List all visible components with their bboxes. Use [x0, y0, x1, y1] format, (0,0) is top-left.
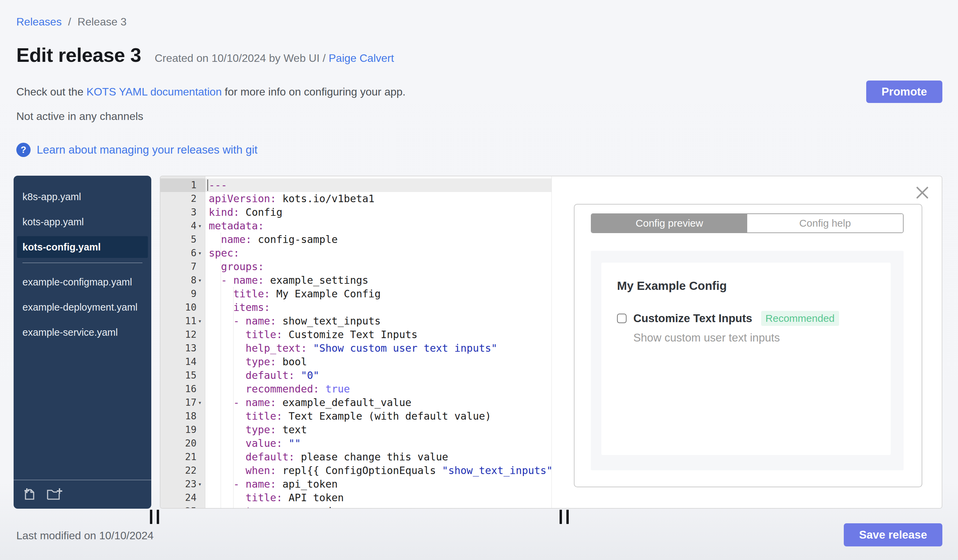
- created-info: Created on 10/10/2024 by Web UI / Paige …: [155, 52, 394, 65]
- code-line-15[interactable]: 15 default: "0": [160, 369, 551, 382]
- sidebar-file-kots-config.yaml[interactable]: kots-config.yaml: [17, 236, 148, 258]
- config-item-help-text: Show custom user text inputs: [633, 331, 875, 344]
- code-line-content: when: repl{{ ConfigOptionEquals "show_te…: [205, 464, 551, 478]
- yaml-code-editor[interactable]: 1---2apiVersion: kots.io/v1beta13kind: C…: [160, 176, 551, 508]
- line-number: 18: [160, 410, 205, 423]
- code-line-content: - name: example_default_value: [205, 396, 551, 410]
- promote-button[interactable]: Promote: [866, 81, 942, 103]
- fold-arrow-icon[interactable]: ▾: [197, 396, 203, 410]
- code-line-23[interactable]: 23▾ - name: api_token: [160, 478, 551, 491]
- code-line-10[interactable]: 10 items:: [160, 301, 551, 314]
- code-line-content: type: text: [205, 423, 551, 437]
- code-line-content: - name: show_text_inputs: [205, 314, 551, 328]
- add-folder-button[interactable]: [46, 486, 63, 501]
- tab-config-preview[interactable]: Config preview: [592, 214, 747, 233]
- add-folder-icon: [46, 486, 63, 501]
- sidebar-file-kots-app.yaml[interactable]: kots-app.yaml: [17, 211, 148, 233]
- breadcrumb-current: Release 3: [78, 16, 127, 28]
- file-sidebar: k8s-app.yamlkots-app.yamlkots-config.yam…: [14, 176, 151, 509]
- add-file-button[interactable]: [22, 486, 37, 501]
- line-number: 24: [160, 491, 205, 505]
- close-preview-button[interactable]: [915, 185, 929, 200]
- code-line-22[interactable]: 22 when: repl{{ ConfigOptionEquals "show…: [160, 464, 551, 478]
- release-workspace: k8s-app.yamlkots-app.yamlkots-config.yam…: [14, 176, 942, 509]
- code-line-13[interactable]: 13 help_text: "Show custom user text inp…: [160, 342, 551, 355]
- code-line-20[interactable]: 20 value: "": [160, 437, 551, 450]
- line-number: 22: [160, 464, 205, 478]
- code-line-content: title: Customize Text Inputs: [205, 328, 551, 342]
- fold-arrow-icon[interactable]: ▾: [197, 314, 203, 328]
- code-line-19[interactable]: 19 type: text: [160, 423, 551, 437]
- code-line-content: - name: api_token: [205, 478, 551, 491]
- created-text: Created on 10/10/2024 by Web UI /: [155, 52, 329, 64]
- page-title: Edit release 3: [16, 43, 141, 66]
- code-line-content: type: password: [205, 505, 551, 508]
- code-line-content: name: config-sample: [205, 233, 551, 246]
- code-line-content: title: Text Example (with default value): [205, 410, 551, 423]
- code-line-2[interactable]: 2apiVersion: kots.io/v1beta1: [160, 192, 551, 206]
- sidebar-file-example-service.yaml[interactable]: example-service.yaml: [17, 321, 148, 343]
- code-line-7[interactable]: 7 groups:: [160, 260, 551, 274]
- save-release-button[interactable]: Save release: [844, 523, 942, 546]
- edit-release-page: Releases / Release 3 Edit release 3 Crea…: [0, 0, 958, 560]
- config-group-title: My Example Config: [617, 279, 875, 293]
- code-line-content: apiVersion: kots.io/v1beta1: [205, 192, 551, 206]
- code-line-17[interactable]: 17▾ - name: example_default_value: [160, 396, 551, 410]
- add-file-icon: [22, 486, 37, 501]
- code-line-content: default: "0": [205, 369, 551, 382]
- code-line-24[interactable]: 24 title: API token: [160, 491, 551, 505]
- preview-resize-handle[interactable]: [560, 510, 570, 524]
- line-number: 8▾: [160, 274, 205, 287]
- fold-arrow-icon[interactable]: ▾: [197, 219, 203, 233]
- fold-arrow-icon[interactable]: ▾: [197, 246, 203, 260]
- code-line-21[interactable]: 21 default: please change this value: [160, 450, 551, 464]
- author-link[interactable]: Paige Calvert: [329, 52, 394, 64]
- code-line-6[interactable]: 6▾spec:: [160, 246, 551, 260]
- line-number: 16: [160, 382, 205, 396]
- line-number: 20: [160, 437, 205, 450]
- help-question-icon: ?: [16, 143, 30, 157]
- git-releases-link[interactable]: Learn about managing your releases with …: [37, 143, 257, 156]
- code-line-25[interactable]: 25 type: password: [160, 505, 551, 508]
- channel-status: Not active in any channels: [16, 110, 143, 123]
- code-line-14[interactable]: 14 type: bool: [160, 355, 551, 369]
- code-line-1[interactable]: 1---: [160, 179, 551, 192]
- sidebar-actions: [14, 480, 151, 509]
- line-number: 1: [160, 179, 205, 192]
- code-line-content: type: bool: [205, 355, 551, 369]
- line-number: 10: [160, 301, 205, 314]
- breadcrumb-releases-link[interactable]: Releases: [16, 16, 62, 28]
- code-line-11[interactable]: 11▾ - name: show_text_inputs: [160, 314, 551, 328]
- code-line-content: groups:: [205, 260, 551, 274]
- sidebar-file-k8s-app.yaml[interactable]: k8s-app.yaml: [17, 186, 148, 207]
- line-number: 2: [160, 192, 205, 206]
- sidebar-file-example-configmap.yaml[interactable]: example-configmap.yaml: [17, 271, 148, 293]
- code-line-content: default: please change this value: [205, 450, 551, 464]
- kots-yaml-doc-link[interactable]: KOTS YAML documentation: [86, 85, 222, 98]
- code-line-18[interactable]: 18 title: Text Example (with default val…: [160, 410, 551, 423]
- code-line-content: help_text: "Show custom user text inputs…: [205, 342, 551, 355]
- close-icon: [915, 196, 929, 201]
- customize-text-inputs-checkbox[interactable]: [617, 314, 627, 323]
- code-line-content: - name: example_settings: [205, 274, 551, 287]
- code-line-5[interactable]: 5 name: config-sample: [160, 233, 551, 246]
- fold-arrow-icon[interactable]: ▾: [197, 478, 203, 491]
- last-modified-text: Last modified on 10/10/2024: [16, 530, 154, 542]
- code-line-3[interactable]: 3kind: Config: [160, 206, 551, 219]
- code-line-4[interactable]: 4▾metadata:: [160, 219, 551, 233]
- preview-body: My Example Config Customize Text Inputs …: [591, 251, 904, 470]
- doc-notice: Check out the KOTS YAML documentation fo…: [16, 85, 406, 98]
- line-number: 13: [160, 342, 205, 355]
- sidebar-file-example-deployment.yaml[interactable]: example-deployment.yaml: [17, 296, 148, 318]
- code-line-9[interactable]: 9 title: My Example Config: [160, 287, 551, 301]
- line-number: 19: [160, 423, 205, 437]
- code-line-12[interactable]: 12 title: Customize Text Inputs: [160, 328, 551, 342]
- fold-arrow-icon[interactable]: ▾: [197, 274, 203, 287]
- breadcrumb-separator: /: [68, 16, 71, 28]
- code-line-content: items:: [205, 301, 551, 314]
- sidebar-resize-handle[interactable]: [150, 510, 160, 524]
- tab-config-help[interactable]: Config help: [747, 214, 903, 233]
- code-line-16[interactable]: 16 recommended: true: [160, 382, 551, 396]
- config-preview-panel: Config preview Config help My Example Co…: [574, 204, 922, 487]
- code-line-8[interactable]: 8▾ - name: example_settings: [160, 274, 551, 287]
